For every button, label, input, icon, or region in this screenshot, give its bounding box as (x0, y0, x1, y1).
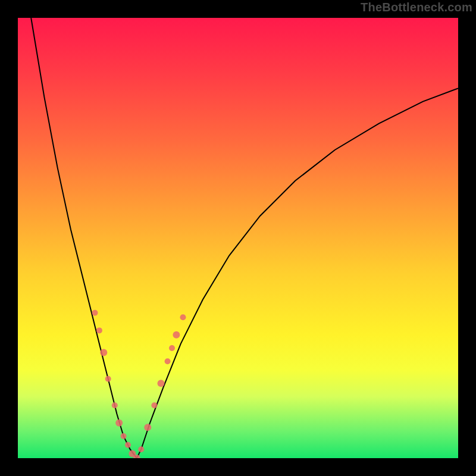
marker-group (92, 310, 186, 458)
data-marker (165, 358, 171, 364)
data-marker (112, 402, 118, 408)
data-marker (100, 349, 107, 356)
data-marker (158, 380, 165, 387)
data-marker (138, 446, 144, 452)
chart-plot-area (18, 18, 458, 458)
bottleneck-curve-path (31, 18, 458, 458)
data-marker (144, 424, 151, 431)
chart-svg (18, 18, 458, 458)
data-marker (105, 376, 111, 382)
chart-frame: TheBottleneck.com (0, 0, 476, 476)
data-marker (125, 442, 131, 448)
data-marker (115, 419, 123, 427)
data-marker (121, 433, 127, 439)
data-marker (92, 310, 98, 316)
data-marker (169, 345, 175, 351)
data-marker (96, 327, 102, 333)
watermark-text: TheBottleneck.com (361, 1, 472, 13)
data-marker (180, 314, 186, 320)
data-marker (173, 331, 180, 339)
data-marker (151, 402, 157, 408)
